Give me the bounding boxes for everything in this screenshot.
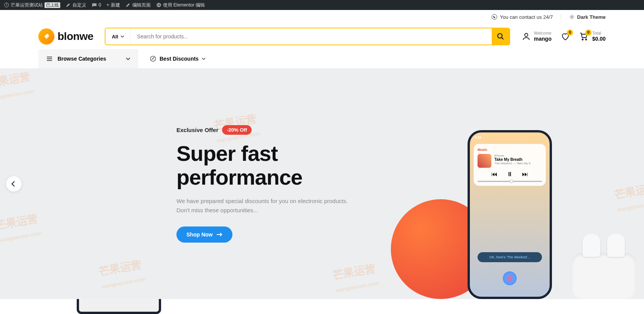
wp-status-badge: 已上线 [44, 2, 60, 8]
hero-description: We have prepared special discounts for y… [176, 197, 361, 215]
chevron-down-icon [120, 35, 124, 38]
watermark: 芒果运营mangoecom.com [0, 69, 35, 103]
hero-tag: Exclusive Offer -20% Off [176, 125, 361, 135]
pause-icon: ⏸ [507, 171, 513, 178]
menu-icon [46, 55, 53, 62]
watermark: 芒果运营mangoecom.com [332, 261, 380, 295]
hero-discount-badge: -20% Off [222, 125, 252, 135]
slider-prev-button[interactable] [6, 176, 21, 192]
svg-point-9 [525, 33, 528, 36]
search-icon [497, 33, 504, 40]
svg-rect-4 [159, 5, 160, 5]
hero-title: Super fast performance [176, 142, 361, 189]
theme-toggle[interactable]: Dark Theme [569, 14, 606, 20]
prev-track-icon: ⏮ [491, 171, 497, 178]
logo-mark [38, 28, 54, 45]
plus-icon: + [107, 2, 109, 8]
music-widget: Music iPhone Take My Breath The Weeknd —… [474, 144, 546, 186]
svg-point-11 [585, 39, 586, 40]
svg-rect-2 [158, 4, 158, 6]
search-category-dropdown[interactable]: All [105, 28, 131, 45]
wp-comments-link[interactable]: 0 [92, 2, 101, 8]
dashboard-icon [4, 2, 9, 8]
chevron-down-icon [202, 57, 206, 61]
hero-slider: Exclusive Offer -20% Off Super fast perf… [0, 69, 644, 299]
wishlist-count: 0 [567, 30, 573, 36]
svg-point-7 [571, 16, 573, 18]
welcome-label: Welcome [534, 31, 552, 36]
main-header: blonwe All Welcome mango 0 0 [0, 24, 644, 49]
song-artist: The Weeknd — Take My E [494, 162, 531, 165]
chevron-left-icon [11, 181, 17, 187]
discount-icon [150, 55, 156, 62]
wishlist-button[interactable]: 0 [561, 32, 570, 41]
browse-categories-dropdown[interactable]: Browse Categories [38, 49, 138, 68]
playback-controls: ⏮ ⏸ ⏭ [478, 171, 542, 178]
user-icon [522, 32, 531, 41]
account-link[interactable]: Welcome mango [522, 31, 552, 42]
account-name: mango [534, 36, 552, 42]
sun-icon [569, 14, 575, 20]
header-links: Welcome mango 0 0 Total $0.00 [522, 31, 606, 42]
watermark: 芒果运营mangoecom.com [0, 211, 42, 245]
cart-button[interactable]: 0 Total $0.00 [579, 31, 606, 42]
logo-text: blonwe [58, 30, 93, 43]
search-bar: All [105, 28, 510, 45]
siri-orb-icon [503, 271, 517, 285]
contact-info: You can contact us 24/7 0 800 300-353 [491, 14, 553, 20]
next-track-icon: ⏭ [522, 171, 528, 178]
song-title: Take My Breath [494, 157, 531, 162]
wp-site-name: 芒果运营测试站 [11, 2, 43, 8]
watermark: 芒果运营mangoecom.com [98, 257, 146, 291]
svg-point-6 [492, 14, 497, 19]
comment-icon [92, 2, 97, 8]
wp-new-link[interactable]: + 新建 [107, 2, 120, 8]
cart-total-label: Total [592, 31, 606, 36]
chevron-down-icon [126, 56, 130, 61]
wp-site-link[interactable]: 芒果运营测试站 已上线 [4, 2, 60, 8]
airpods-illustration [571, 253, 636, 299]
nav-row: Browse Categories Best Discounts [0, 49, 644, 69]
wp-edit-page-link[interactable]: 编辑页面 [125, 2, 151, 8]
contact-text: You can contact us 24/7 [500, 14, 553, 20]
music-app-label: Music [478, 148, 542, 152]
search-button[interactable] [492, 28, 509, 45]
elementor-icon [156, 2, 161, 8]
logo[interactable]: blonwe [38, 28, 93, 45]
hero-content: Exclusive Offer -20% Off Super fast perf… [176, 125, 361, 243]
hero-tag-text: Exclusive Offer [176, 127, 218, 133]
hero-product-image: 9:41 Music iPhone Take My Breath The Wee… [391, 115, 644, 299]
cart-count: 0 [585, 30, 591, 36]
wp-elementor-link[interactable]: 使用 Elementor 编辑 [156, 2, 205, 8]
best-discounts-link[interactable]: Best Discounts [150, 55, 206, 62]
search-input[interactable] [131, 28, 492, 45]
wp-customize-link[interactable]: 自定义 [66, 2, 86, 8]
svg-point-10 [582, 39, 583, 40]
pencil-icon [125, 2, 131, 8]
siri-response: OK, here's 'The Weeknd'... [478, 252, 542, 262]
utility-bar: You can contact us 24/7 0 800 300-353 Da… [0, 10, 644, 24]
album-art [478, 154, 491, 168]
cart-total: $0.00 [592, 36, 606, 42]
arrow-right-icon [216, 232, 222, 237]
brush-icon [66, 2, 71, 8]
svg-rect-5 [159, 5, 160, 6]
svg-point-8 [498, 34, 502, 38]
svg-rect-3 [159, 4, 160, 4]
iphone-illustration: 9:41 Music iPhone Take My Breath The Wee… [468, 130, 552, 299]
shop-now-button[interactable]: Shop Now [176, 226, 232, 243]
phone-icon [491, 14, 497, 20]
divider [561, 14, 561, 20]
phone-time: 9:41 [474, 136, 481, 139]
wp-admin-bar: 芒果运营测试站 已上线 自定义 0 + 新建 编辑页面 使用 Elementor… [0, 0, 644, 10]
